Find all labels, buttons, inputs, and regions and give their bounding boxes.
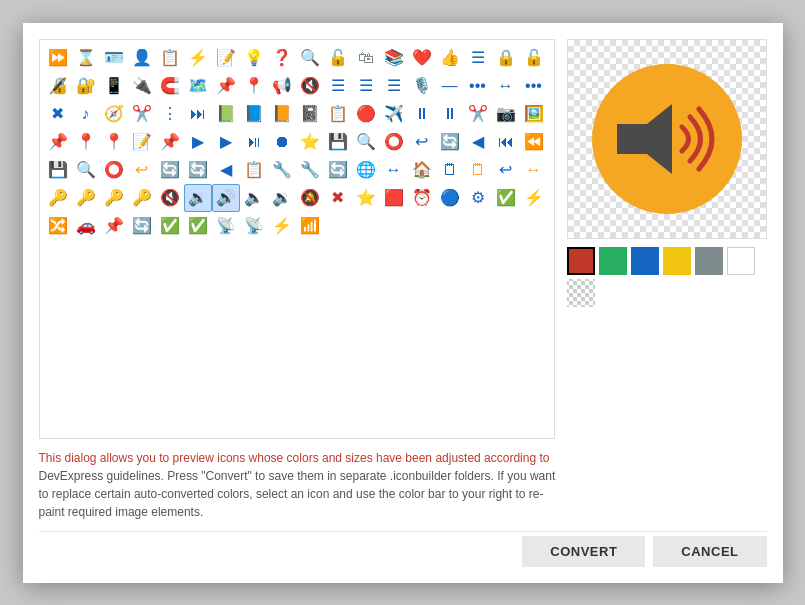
- list-item[interactable]: ⚡: [184, 44, 212, 72]
- list-item[interactable]: ⋮: [156, 100, 184, 128]
- list-item[interactable]: ♪: [72, 100, 100, 128]
- list-item[interactable]: 🔓: [520, 44, 548, 72]
- list-item[interactable]: 📡: [212, 212, 240, 240]
- list-item[interactable]: ⏸: [436, 100, 464, 128]
- list-item[interactable]: ✖: [324, 184, 352, 212]
- list-item[interactable]: ⭐: [352, 184, 380, 212]
- list-item[interactable]: 🔄: [184, 156, 212, 184]
- list-item[interactable]: ✂️: [464, 100, 492, 128]
- list-item[interactable]: 📍: [72, 128, 100, 156]
- list-item[interactable]: 📝: [128, 128, 156, 156]
- list-item[interactable]: ⭕: [380, 128, 408, 156]
- list-item[interactable]: ☰: [380, 72, 408, 100]
- color-swatch-red[interactable]: [567, 247, 595, 275]
- list-item[interactable]: ↩: [408, 128, 436, 156]
- list-item[interactable]: 🔄: [324, 156, 352, 184]
- list-item[interactable]: 📌: [44, 128, 72, 156]
- list-item[interactable]: 📌: [156, 128, 184, 156]
- list-item[interactable]: 📢: [268, 72, 296, 100]
- list-item[interactable]: ▶: [212, 128, 240, 156]
- list-item[interactable]: •••: [520, 72, 548, 100]
- list-item[interactable]: 💡: [240, 44, 268, 72]
- list-item[interactable]: 🔑: [100, 184, 128, 212]
- color-swatch-blue[interactable]: [631, 247, 659, 275]
- list-item[interactable]: 🔍: [296, 44, 324, 72]
- list-item[interactable]: 🧭: [100, 100, 128, 128]
- list-item[interactable]: 👤: [128, 44, 156, 72]
- list-item[interactable]: 📍: [100, 128, 128, 156]
- list-item[interactable]: 🟥: [380, 184, 408, 212]
- list-item[interactable]: 🚗: [72, 212, 100, 240]
- cancel-button[interactable]: CANCEL: [653, 536, 766, 567]
- list-item[interactable]: 📓: [296, 100, 324, 128]
- list-item[interactable]: ❤️: [408, 44, 436, 72]
- list-item[interactable]: 🔑: [128, 184, 156, 212]
- list-item[interactable]: 🔴: [352, 100, 380, 128]
- list-item[interactable]: 📝: [212, 44, 240, 72]
- color-swatch-gray[interactable]: [695, 247, 723, 275]
- list-item[interactable]: ◀: [212, 156, 240, 184]
- list-item[interactable]: 🔀: [44, 212, 72, 240]
- list-item[interactable]: 🔍: [72, 156, 100, 184]
- list-item[interactable]: ☰: [324, 72, 352, 100]
- list-item[interactable]: 📍: [240, 72, 268, 100]
- list-item[interactable]: ⏩: [44, 44, 72, 72]
- list-item[interactable]: ✈️: [380, 100, 408, 128]
- list-item[interactable]: 🔉: [268, 184, 296, 212]
- list-item[interactable]: ◀: [464, 128, 492, 156]
- list-item[interactable]: 🎙️: [408, 72, 436, 100]
- list-item[interactable]: 🗺️: [184, 72, 212, 100]
- list-item[interactable]: 📘: [240, 100, 268, 128]
- list-item[interactable]: 👍: [436, 44, 464, 72]
- list-item[interactable]: 📷: [492, 100, 520, 128]
- list-item[interactable]: ☰: [352, 72, 380, 100]
- list-item[interactable]: 🗒: [464, 156, 492, 184]
- list-item[interactable]: 🗒: [436, 156, 464, 184]
- list-item[interactable]: 🔏: [44, 72, 72, 100]
- list-item[interactable]: ❓: [268, 44, 296, 72]
- color-swatch-yellow[interactable]: [663, 247, 691, 275]
- list-item[interactable]: 🔄: [128, 212, 156, 240]
- list-item[interactable]: ✅: [492, 184, 520, 212]
- color-swatch-transparent[interactable]: [567, 279, 595, 307]
- list-item[interactable]: ⏺: [268, 128, 296, 156]
- list-item[interactable]: ⏰: [408, 184, 436, 212]
- list-item[interactable]: 📌: [212, 72, 240, 100]
- list-item[interactable]: 🏠: [408, 156, 436, 184]
- list-item[interactable]: ▶: [184, 128, 212, 156]
- list-item[interactable]: ⏸: [408, 100, 436, 128]
- color-swatch-white[interactable]: [727, 247, 755, 275]
- list-item[interactable]: 📋: [324, 100, 352, 128]
- convert-button[interactable]: CONVERT: [522, 536, 645, 567]
- list-item[interactable]: 🔐: [72, 72, 100, 100]
- list-item[interactable]: 🔇: [296, 72, 324, 100]
- list-item[interactable]: ⭕: [100, 156, 128, 184]
- list-item[interactable]: 🔊: [212, 184, 240, 212]
- list-item[interactable]: ✅: [156, 212, 184, 240]
- list-item[interactable]: 🔉: [184, 184, 212, 212]
- list-item[interactable]: 📱: [100, 72, 128, 100]
- list-item[interactable]: ✂️: [128, 100, 156, 128]
- list-item[interactable]: ☰: [464, 44, 492, 72]
- list-item[interactable]: 📶: [296, 212, 324, 240]
- list-item[interactable]: ⭐: [296, 128, 324, 156]
- list-item[interactable]: 📗: [212, 100, 240, 128]
- list-item[interactable]: ⏪: [520, 128, 548, 156]
- list-item[interactable]: ⏮: [492, 128, 520, 156]
- color-swatch-green[interactable]: [599, 247, 627, 275]
- list-item[interactable]: ⚙: [464, 184, 492, 212]
- list-item[interactable]: ⏯: [240, 128, 268, 156]
- list-item[interactable]: 🧲: [156, 72, 184, 100]
- list-item[interactable]: 🔌: [128, 72, 156, 100]
- list-item[interactable]: 🖼️: [520, 100, 548, 128]
- list-item[interactable]: 💾: [324, 128, 352, 156]
- list-item[interactable]: 🛍: [352, 44, 380, 72]
- list-item[interactable]: 📋: [240, 156, 268, 184]
- list-item[interactable]: 🌐: [352, 156, 380, 184]
- list-item[interactable]: 🔑: [44, 184, 72, 212]
- list-item[interactable]: ⏭: [184, 100, 212, 128]
- list-item[interactable]: 🪪: [100, 44, 128, 72]
- list-item[interactable]: ✖: [44, 100, 72, 128]
- list-item[interactable]: 📡: [240, 212, 268, 240]
- list-item[interactable]: 💾: [44, 156, 72, 184]
